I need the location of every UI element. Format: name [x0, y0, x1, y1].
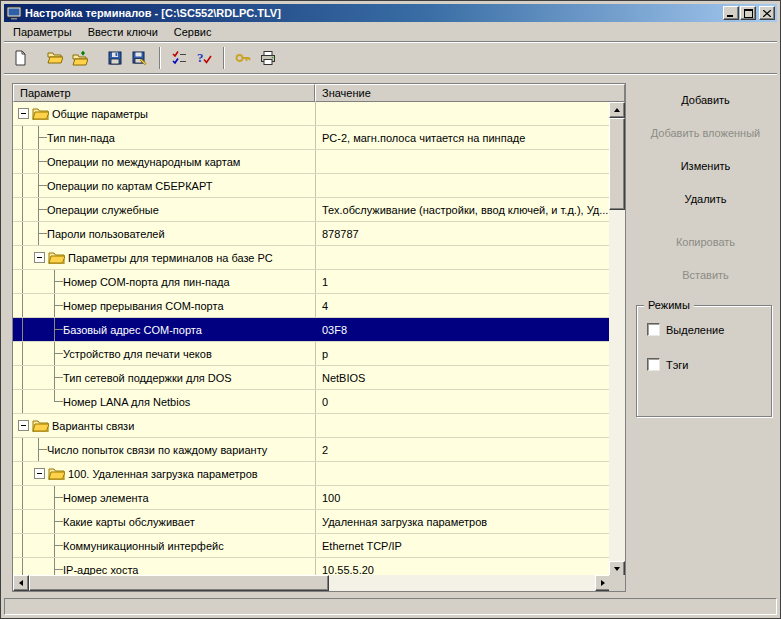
parameter-label: Число попыток связи по каждому варианту: [47, 444, 267, 456]
save-as-button[interactable]: [128, 47, 152, 70]
vertical-scrollbar[interactable]: [609, 102, 625, 577]
vertical-scroll-thumb[interactable]: [609, 118, 625, 210]
grid-row[interactable]: Коммуникационный интерфейсEthernet TCP/I…: [13, 534, 609, 558]
parameter-value: Удаленная загрузка параметров: [322, 516, 487, 528]
tree-line: [47, 510, 63, 533]
grid-row[interactable]: Тип пин-падаPC-2, магн.полоса читается н…: [13, 126, 609, 150]
tree-line: [47, 294, 63, 317]
tree-line: [47, 366, 63, 389]
tree-line: [31, 222, 47, 245]
open-folder-icon: [47, 50, 63, 66]
app-window: Настройка терминалов - [C:\SC552\RDLPC.T…: [0, 0, 781, 619]
parameter-label: Операции по международным картам: [47, 156, 240, 168]
print-button[interactable]: [256, 47, 280, 70]
grid-row[interactable]: Номер элемента100: [13, 486, 609, 510]
grid-row[interactable]: Номер LANA для Netbios0: [13, 390, 609, 414]
column-header-value[interactable]: Значение: [315, 84, 625, 102]
grid-row[interactable]: Операции по картам СБЕРКАРТ: [13, 174, 609, 198]
column-header-parameter[interactable]: Параметр: [13, 84, 315, 102]
menu-item-enter-keys[interactable]: Ввести ключи: [80, 24, 166, 40]
folder-icon: [48, 251, 65, 264]
grid-row[interactable]: Пароли пользователей878787: [13, 222, 609, 246]
parameter-cell: Номер элемента: [13, 486, 315, 509]
value-cell: Тех.обслуживание (настройки, ввод ключей…: [315, 198, 609, 221]
grid-row[interactable]: Номер прерывания COM-порта4: [13, 294, 609, 318]
app-icon: [6, 5, 22, 21]
parameter-cell: Операции по картам СБЕРКАРТ: [13, 174, 315, 197]
parameter-value: 1: [322, 276, 328, 288]
minimize-button[interactable]: [723, 6, 739, 20]
expander-icon[interactable]: [31, 246, 47, 269]
grid-row[interactable]: Тип сетевой поддержки для DOSNetBIOS: [13, 366, 609, 390]
window-title: Настройка терминалов - [C:\SC552\RDLPC.T…: [22, 7, 722, 19]
save-edit-icon: [132, 50, 148, 66]
delete-button[interactable]: Удалить: [634, 189, 777, 209]
up-arrow-icon: [614, 108, 620, 112]
expander-icon[interactable]: [15, 414, 31, 437]
horizontal-scroll-thumb[interactable]: [29, 575, 329, 591]
grid-row[interactable]: Какие карты обслуживаетУдаленная загрузк…: [13, 510, 609, 534]
toolbar-separator: [223, 47, 225, 69]
parameter-label: Тип пин-пада: [47, 132, 115, 144]
tree-line: [31, 486, 47, 509]
grid-row[interactable]: Номер COM-порта для пин-пада1: [13, 270, 609, 294]
grid-row[interactable]: Операции служебныеТех.обслуживание (наст…: [13, 198, 609, 222]
key-icon: [235, 50, 251, 66]
parameter-label: Параметры для терминалов на базе PC: [68, 252, 273, 264]
value-cell: [315, 102, 609, 125]
tree-line: [47, 318, 63, 341]
question-check-icon: ?: [196, 50, 212, 66]
checkbox-tags[interactable]: Тэги: [647, 358, 771, 371]
expander-icon[interactable]: [31, 462, 47, 485]
parameter-label: Базовый адрес COM-порта: [63, 324, 202, 336]
grid-row[interactable]: Устройство для печати чековp: [13, 342, 609, 366]
menu-item-service[interactable]: Сервис: [166, 24, 220, 40]
parameter-label: Какие карты обслуживает: [63, 516, 195, 528]
grid-row[interactable]: Общие параметры: [13, 102, 609, 126]
open-file-button[interactable]: [43, 47, 67, 70]
tree-line: [15, 534, 31, 557]
grid-row[interactable]: Варианты связи: [13, 414, 609, 438]
expander-icon[interactable]: [15, 102, 31, 125]
grid-row[interactable]: Операции по международным картам: [13, 150, 609, 174]
close-button[interactable]: [759, 6, 775, 20]
left-arrow-icon: [19, 580, 23, 586]
tree-line: [15, 174, 31, 197]
keys-button[interactable]: [231, 47, 255, 70]
tree-line: [47, 534, 63, 557]
edit-button[interactable]: Изменить: [634, 156, 777, 176]
parameter-cell: Операции по международным картам: [13, 150, 315, 173]
grid-row[interactable]: Базовый адрес COM-порта03F8: [13, 318, 609, 342]
horizontal-scrollbar[interactable]: [13, 575, 611, 591]
tree-line: [15, 294, 31, 317]
tree-line: [15, 366, 31, 389]
grid-row[interactable]: Число попыток связи по каждому варианту2: [13, 438, 609, 462]
toolbar: ?: [4, 42, 777, 74]
menu-bar: ПараметрыВвести ключиСервис: [4, 22, 777, 42]
paste-button: Вставить: [634, 265, 777, 285]
parameter-value: NetBIOS: [322, 372, 365, 384]
new-file-button[interactable]: [8, 47, 32, 70]
add-button[interactable]: Добавить: [634, 90, 777, 110]
tree-line: [15, 438, 31, 461]
scroll-left-button[interactable]: [13, 575, 29, 591]
menu-item-parameters[interactable]: Параметры: [5, 24, 80, 40]
value-cell: Удаленная загрузка параметров: [315, 510, 609, 533]
checkbox-box[interactable]: [647, 358, 660, 371]
parameter-label: 100. Удаленная загрузка параметров: [68, 468, 258, 480]
grid-row[interactable]: 100. Удаленная загрузка параметров: [13, 462, 609, 486]
parameter-label: Номер COM-порта для пин-пада: [63, 276, 230, 288]
verify-button[interactable]: [167, 47, 191, 70]
maximize-button[interactable]: [740, 6, 756, 20]
value-cell: 0: [315, 390, 609, 413]
save-file-button[interactable]: [103, 47, 127, 70]
tree-line: [47, 270, 63, 293]
checkbox-box[interactable]: [647, 323, 660, 336]
value-cell: 1: [315, 270, 609, 293]
import-file-button[interactable]: [68, 47, 92, 70]
checkbox-selection[interactable]: Выделение: [647, 323, 771, 336]
grid-row[interactable]: Параметры для терминалов на базе PC: [13, 246, 609, 270]
scroll-up-button[interactable]: [609, 102, 625, 118]
check-query-button[interactable]: ?: [192, 47, 216, 70]
title-bar[interactable]: Настройка терминалов - [C:\SC552\RDLPC.T…: [4, 4, 777, 22]
